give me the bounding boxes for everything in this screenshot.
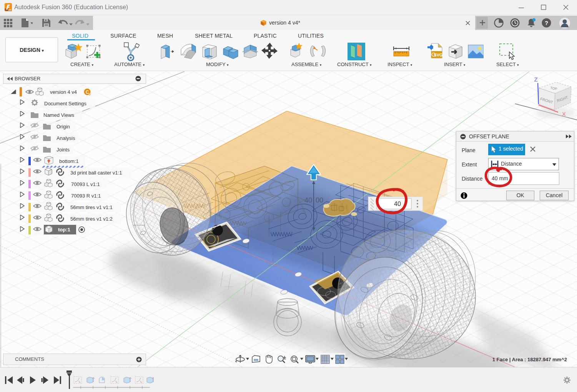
svg-text:?: ?	[545, 20, 548, 26]
svg-text:40: 40	[394, 201, 401, 207]
svg-text:40: 40	[304, 196, 312, 204]
svg-text:00: 00	[316, 196, 323, 204]
svg-text:X: X	[562, 111, 566, 117]
svg-text:Z: Z	[534, 76, 537, 83]
svg-text:360: 360	[8, 9, 11, 11]
